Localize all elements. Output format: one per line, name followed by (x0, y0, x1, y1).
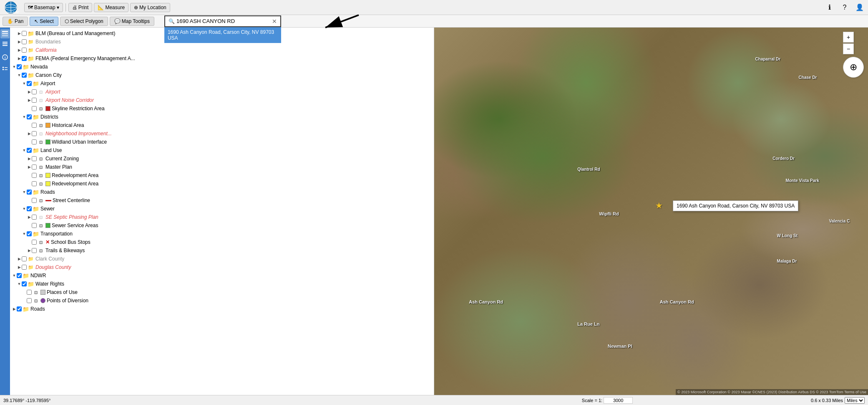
checkbox-street[interactable] (32, 198, 37, 203)
checkbox-douglas[interactable] (22, 265, 27, 270)
layers-panel-icon[interactable] (0, 29, 10, 38)
checkbox-carson[interactable] (22, 73, 27, 78)
layer-item-sewer-folder[interactable]: ▼ 📁 Sewer (10, 205, 434, 213)
expand-icon-noise[interactable]: ▶ (27, 98, 32, 103)
map-scale-input[interactable] (604, 397, 633, 404)
select-polygon-button[interactable]: ⬡ Select Polygon (60, 17, 108, 26)
expand-icon-septic[interactable]: ▶ (27, 215, 32, 220)
layer-item-airport-folder[interactable]: ▼ 📁 Airport (10, 79, 434, 88)
layer-item-ndwr[interactable]: ▼ 📁 NDWR (10, 271, 434, 280)
checkbox-blm[interactable] (22, 31, 27, 36)
layer-item-districts[interactable]: ▼ 📁 Districts (10, 113, 434, 121)
map-tooltips-button[interactable]: 💬 Map Tooltips (110, 17, 154, 26)
checkbox-roads[interactable] (27, 190, 32, 195)
layer-item-sewer-service[interactable]: ⊡ Sewer Service Areas (10, 221, 434, 230)
help-button[interactable]: ? (839, 2, 850, 13)
info-panel-icon[interactable]: i (0, 53, 10, 62)
expand-icon-roads[interactable]: ▼ (22, 190, 27, 195)
checkbox-roads-bottom[interactable] (17, 306, 22, 311)
layer-item-land-use[interactable]: ▼ 📁 Land Use (10, 146, 434, 154)
menu-icon[interactable] (0, 39, 10, 48)
layer-item-fema[interactable]: ▶ 📁 FEMA (Federal Emergency Management A… (10, 54, 434, 63)
print-button[interactable]: 🖨 Print (68, 3, 93, 12)
measure-button[interactable]: 📐 Measure (94, 3, 128, 12)
checkbox-california[interactable] (22, 48, 27, 53)
layer-item-roads-bottom[interactable]: ▶ 📁 Roads (10, 305, 434, 313)
layer-item-water-rights[interactable]: ▼ 📁 Water Rights (10, 280, 434, 288)
info-button[interactable]: ℹ (824, 2, 835, 13)
layer-item-neighborhood[interactable]: ▶ ⊡ Neighborhood Improvement... (10, 129, 434, 138)
compass-button[interactable]: ⊕ (843, 57, 864, 78)
expand-icon-airport[interactable]: ▼ (22, 81, 27, 86)
layer-item-redev1[interactable]: ⊡ Redevelopment Area (10, 171, 434, 180)
checkbox-diversion[interactable] (27, 298, 32, 303)
expand-icon-districts[interactable]: ▼ (22, 114, 27, 119)
checkbox-nevada[interactable] (17, 64, 22, 69)
layer-item-septic[interactable]: ▶ ⊡ SE Septic Phasing Plan (10, 213, 434, 221)
checkbox-redev2[interactable] (32, 181, 37, 186)
layer-item-california[interactable]: ▶ 📁 California (10, 46, 434, 54)
layer-item-school-bus[interactable]: ⊡ ✕ School Bus Stops (10, 238, 434, 246)
checkbox-fema[interactable] (22, 56, 27, 61)
checkbox-transport[interactable] (27, 231, 32, 236)
expand-icon-sewer[interactable]: ▼ (22, 206, 27, 211)
expand-icon-douglas[interactable]: ▶ (17, 265, 22, 270)
pan-button[interactable]: ✋ Pan (3, 17, 28, 26)
list-panel-icon[interactable] (0, 64, 10, 73)
app-logo[interactable]: Geo-Lab.NET (3, 1, 19, 14)
checkbox-master-plan[interactable] (32, 165, 37, 170)
checkbox-sewer[interactable] (27, 206, 32, 211)
checkbox-zoning[interactable] (32, 156, 37, 161)
layer-item-airport-layer[interactable]: ▶ ⊡ Airport (10, 88, 434, 96)
layer-item-airport-noise[interactable]: ▶ ⊡ Airport Noise Corridor (10, 96, 434, 104)
expand-icon-carson[interactable]: ▼ (17, 73, 22, 78)
checkbox-airport[interactable] (27, 81, 32, 86)
expand-icon-california[interactable]: ▶ (17, 48, 22, 53)
zoom-out-button[interactable]: − (843, 43, 854, 54)
search-result-item[interactable]: 1690 Ash Canyon Road, Carson City, NV 89… (164, 27, 281, 43)
layer-item-trails[interactable]: ▶ ⊡ Trails & Bikeways (10, 246, 434, 255)
layer-item-roads-folder[interactable]: ▼ 📁 Roads (10, 188, 434, 196)
expand-icon-blm[interactable]: ▶ (17, 31, 22, 36)
checkbox-trails[interactable] (32, 248, 37, 253)
layer-item-skyline[interactable]: ⊡ Skyline Restriction Area (10, 104, 434, 113)
layer-item-places-use[interactable]: ⊡ Places of Use (10, 288, 434, 296)
expand-icon-boundaries[interactable]: ▶ (17, 39, 22, 44)
checkbox-redev1[interactable] (32, 173, 37, 178)
layer-item-transport-folder[interactable]: ▼ 📁 Transportation (10, 230, 434, 238)
expand-icon-water-rights[interactable]: ▼ (17, 281, 22, 286)
checkbox-noise[interactable] (32, 98, 37, 103)
select-button[interactable]: ↖ Select (30, 17, 58, 26)
checkbox-skyline[interactable] (32, 106, 37, 111)
layer-item-master-plan[interactable]: ▶ ⊡ Master Plan (10, 163, 434, 171)
map-area[interactable]: Ash Canyon Rd Ash Canyon Rd La Rue Ln Ne… (434, 28, 868, 395)
checkbox-ndwr[interactable] (17, 273, 22, 278)
expand-icon-neighborhood[interactable]: ▶ (27, 131, 32, 136)
layer-item-points-diversion[interactable]: ⊡ Points of Diversion (10, 296, 434, 305)
search-input[interactable] (176, 18, 270, 24)
checkbox-boundaries[interactable] (22, 39, 27, 44)
search-clear-button[interactable]: ✕ (272, 18, 277, 25)
zoom-in-button[interactable]: + (843, 32, 854, 43)
layer-item-carson-city[interactable]: ▼ 📁 Carson City (10, 71, 434, 79)
expand-icon-master-plan[interactable]: ▶ (27, 165, 32, 170)
checkbox-septic[interactable] (32, 215, 37, 220)
expand-icon-nevada[interactable]: ▼ (12, 64, 17, 69)
layer-item-nevada[interactable]: ▼ 📁 Nevada (10, 63, 434, 71)
expand-icon-ndwr[interactable]: ▼ (12, 273, 17, 278)
checkbox-airport-layer[interactable] (32, 89, 37, 94)
expand-icon-fema[interactable]: ▶ (17, 56, 22, 61)
layer-item-wildland[interactable]: ⊡ Wildland Urban Interface (10, 138, 434, 146)
checkbox-historical[interactable] (32, 123, 37, 128)
layer-item-street-center[interactable]: ⊡ Street Centerline (10, 196, 434, 205)
checkbox-districts[interactable] (27, 114, 32, 119)
expand-icon-trails[interactable]: ▶ (27, 248, 32, 253)
checkbox-clark[interactable] (22, 256, 27, 261)
layer-item-clark[interactable]: ▶ 📁 Clark County (10, 255, 434, 263)
layer-item-zoning[interactable]: ▶ ⊡ Current Zoning (10, 154, 434, 163)
checkbox-sewer-service[interactable] (32, 223, 37, 228)
layer-item-historical[interactable]: ⊡ Historical Area (10, 121, 434, 129)
checkbox-wildland[interactable] (32, 139, 37, 144)
expand-icon-transport[interactable]: ▼ (22, 231, 27, 236)
checkbox-water-rights[interactable] (22, 281, 27, 286)
